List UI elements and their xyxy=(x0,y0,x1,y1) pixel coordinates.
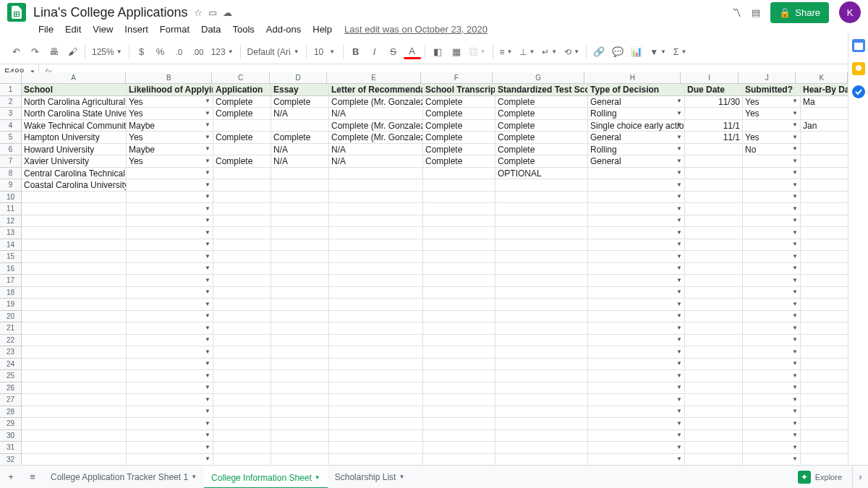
row-header[interactable]: 7 xyxy=(0,155,22,168)
cell[interactable] xyxy=(213,227,271,239)
tab-scroll-right[interactable]: › xyxy=(852,466,868,489)
cell-dropdown-icon[interactable]: ▼ xyxy=(205,322,210,334)
cell[interactable] xyxy=(271,406,329,419)
cell-dropdown-icon[interactable]: ▼ xyxy=(205,227,210,239)
cell[interactable]: Central Carolina Technical Col xyxy=(22,168,127,180)
row-header[interactable]: 26 xyxy=(0,382,22,395)
cell[interactable]: General▼ xyxy=(588,96,685,108)
sheet-tab[interactable]: College Application Tracker Sheet 1▼ xyxy=(43,466,204,489)
cell[interactable]: ▼ xyxy=(127,322,213,335)
cell[interactable]: Complete xyxy=(271,132,329,144)
cell-dropdown-icon[interactable]: ▼ xyxy=(676,239,682,251)
paint-format-button[interactable]: 🖌 xyxy=(64,43,81,61)
cell[interactable] xyxy=(213,251,271,263)
cell[interactable]: Yes▼ xyxy=(743,108,801,120)
cell[interactable]: ▼ xyxy=(743,359,801,371)
row-header[interactable]: 21 xyxy=(0,322,22,335)
cell[interactable] xyxy=(329,299,423,311)
cell[interactable] xyxy=(801,322,848,335)
cell[interactable]: Complete xyxy=(271,96,329,108)
cell-dropdown-icon[interactable]: ▼ xyxy=(205,299,210,310)
cell[interactable] xyxy=(329,287,423,299)
cell[interactable] xyxy=(801,239,848,252)
cell[interactable]: Complete xyxy=(495,120,588,132)
cell[interactable] xyxy=(685,382,743,395)
cell[interactable] xyxy=(271,263,329,275)
calendar-addon-icon[interactable] xyxy=(852,39,865,52)
cell[interactable] xyxy=(329,322,423,335)
cell[interactable] xyxy=(685,263,743,275)
cell-dropdown-icon[interactable]: ▼ xyxy=(676,168,682,179)
cell[interactable]: Rolling▼ xyxy=(588,144,685,156)
cell[interactable]: N/A xyxy=(271,108,329,120)
cell-dropdown-icon[interactable]: ▼ xyxy=(676,382,682,394)
cell-dropdown-icon[interactable]: ▼ xyxy=(676,442,682,453)
cell[interactable]: Complete xyxy=(213,108,271,120)
cell-dropdown-icon[interactable]: ▼ xyxy=(205,120,210,132)
cell[interactable] xyxy=(271,192,329,204)
cell[interactable] xyxy=(213,346,271,359)
cell[interactable]: ▼ xyxy=(127,287,213,299)
cell-dropdown-icon[interactable]: ▼ xyxy=(205,442,210,453)
cell[interactable]: ▼ xyxy=(127,215,213,228)
cell[interactable] xyxy=(213,299,271,311)
cell[interactable] xyxy=(685,322,743,335)
comments-icon[interactable]: ▤ xyxy=(752,7,760,18)
cell-dropdown-icon[interactable]: ▼ xyxy=(205,335,210,346)
tasks-addon-icon[interactable] xyxy=(852,85,865,98)
cell[interactable]: ▼ xyxy=(588,418,685,430)
col-header-C[interactable]: C xyxy=(212,72,270,83)
cell-dropdown-icon[interactable]: ▼ xyxy=(792,382,798,394)
cell[interactable] xyxy=(271,418,329,430)
col-header-B[interactable]: B xyxy=(126,72,212,83)
cell[interactable] xyxy=(22,454,127,466)
cell-dropdown-icon[interactable]: ▼ xyxy=(676,359,682,370)
cell[interactable] xyxy=(685,346,743,359)
cell[interactable] xyxy=(271,311,329,323)
cell[interactable] xyxy=(423,406,495,419)
comment-button[interactable]: 💬 xyxy=(609,43,626,61)
col-header-A[interactable]: A xyxy=(22,72,126,83)
cell[interactable] xyxy=(801,275,848,287)
cell[interactable] xyxy=(801,346,848,359)
explore-button[interactable]: ✦ Explore xyxy=(788,471,852,484)
cell[interactable]: ▼ xyxy=(743,370,801,382)
cell[interactable] xyxy=(495,275,588,287)
cell[interactable]: ▼ xyxy=(743,263,801,275)
cell[interactable]: Xavier University xyxy=(22,155,127,168)
cell[interactable] xyxy=(423,370,495,382)
sheet-tab-menu-icon[interactable]: ▼ xyxy=(315,474,320,481)
cell[interactable] xyxy=(22,382,127,395)
cell[interactable]: Single choice early action▼ xyxy=(588,120,685,132)
cell[interactable] xyxy=(495,299,588,311)
row-header[interactable]: 2 xyxy=(0,96,22,108)
cell[interactable]: Rolling▼ xyxy=(588,108,685,120)
cell[interactable] xyxy=(685,335,743,347)
cell[interactable] xyxy=(213,275,271,287)
cell[interactable]: ▼ xyxy=(127,394,213,406)
cell-dropdown-icon[interactable]: ▼ xyxy=(792,120,798,132)
cell-dropdown-icon[interactable]: ▼ xyxy=(792,287,798,299)
row-header[interactable]: 29 xyxy=(0,418,22,430)
cell[interactable]: Type of Decision xyxy=(588,84,685,96)
cell[interactable]: ▼ xyxy=(588,168,685,180)
cell[interactable] xyxy=(801,179,848,192)
cell[interactable] xyxy=(423,287,495,299)
cell[interactable]: ▼ xyxy=(743,454,801,466)
cell-dropdown-icon[interactable]: ▼ xyxy=(792,192,798,203)
cell[interactable] xyxy=(801,263,848,275)
cell[interactable] xyxy=(685,287,743,299)
cell[interactable] xyxy=(495,382,588,395)
cell[interactable]: ▼ xyxy=(743,382,801,395)
cloud-icon[interactable]: ☁ xyxy=(223,7,232,18)
cell[interactable] xyxy=(801,203,848,215)
font-select[interactable]: Default (Ari...▼ xyxy=(244,43,302,61)
cell[interactable] xyxy=(213,442,271,454)
cell[interactable] xyxy=(801,394,848,406)
cell[interactable] xyxy=(329,227,423,239)
cell[interactable] xyxy=(495,311,588,323)
cell[interactable] xyxy=(329,382,423,395)
cell[interactable] xyxy=(271,251,329,263)
cell-dropdown-icon[interactable]: ▼ xyxy=(205,263,210,275)
cell[interactable] xyxy=(495,335,588,347)
